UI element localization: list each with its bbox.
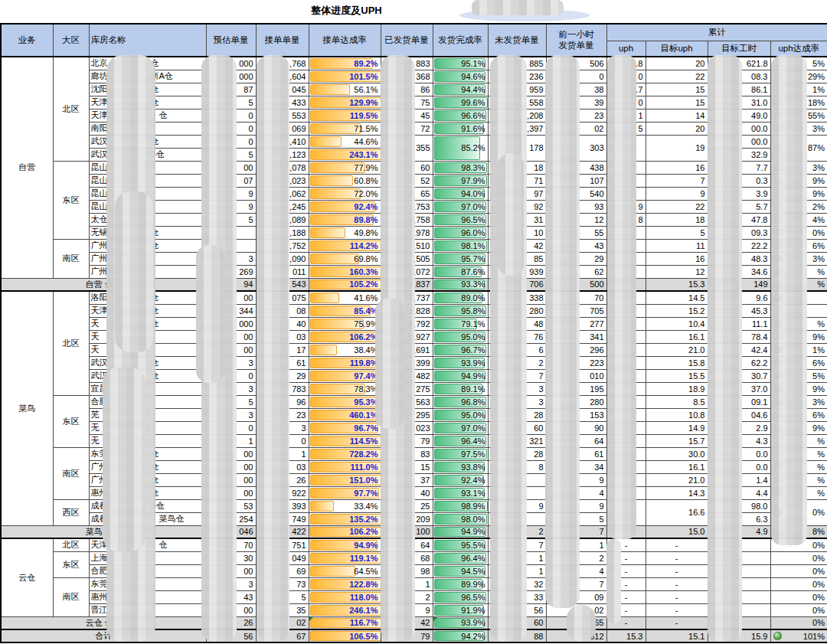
cell-lh[interactable]: 90 xyxy=(546,421,606,434)
cell-srt[interactable]: 99.6% xyxy=(433,96,488,109)
cell-lh[interactable]: 93 xyxy=(546,200,606,213)
cell-ur[interactable]: 29% xyxy=(770,70,827,83)
cell-ut[interactable]: 22 xyxy=(646,70,708,83)
cell-rec[interactable]: 96 xyxy=(256,395,309,408)
cell-srt[interactable]: 95.0% xyxy=(433,408,488,421)
cell-ut[interactable]: - xyxy=(646,603,708,616)
cell-warehouse-name[interactable]: 广州 xyxy=(89,252,206,265)
cell-rec[interactable]: 23 xyxy=(256,408,309,421)
cell-srt[interactable]: 96.6% xyxy=(433,109,488,122)
cell-uph[interactable] xyxy=(606,525,646,538)
cell-ut[interactable]: 18 xyxy=(646,213,708,226)
cell-shp[interactable]: 52 xyxy=(381,174,433,187)
cell-est[interactable]: 5 xyxy=(206,213,256,226)
cell-rate[interactable]: 41.6% xyxy=(309,291,381,304)
cell-lh[interactable]: 12 xyxy=(546,213,606,226)
cell-shp[interactable]: 100 xyxy=(381,525,433,538)
cell-rec[interactable]: 1 xyxy=(256,447,309,460)
cell-lh[interactable]: 61 xyxy=(546,447,606,460)
cell-uph[interactable] xyxy=(606,252,646,265)
cell-shp[interactable]: 368 xyxy=(381,70,433,83)
cell-hrs[interactable]: 47.8 xyxy=(708,213,770,226)
cell-shp[interactable]: ,691 xyxy=(381,343,433,356)
cell-uns[interactable]: 10 xyxy=(488,226,546,239)
cell-uns[interactable]: 7 xyxy=(488,369,546,382)
cell-est[interactable]: 3 xyxy=(206,577,256,590)
cell-est[interactable]: 269 xyxy=(206,265,256,278)
cell-ur[interactable]: 0% xyxy=(770,616,827,629)
cell-shp[interactable]: 40 xyxy=(381,486,433,499)
cell-lh[interactable]: 540 xyxy=(546,187,606,200)
col-header-ship-rate[interactable]: 发货完成率 xyxy=(433,24,488,57)
cell-uph[interactable]: - xyxy=(606,590,646,603)
cell-ut[interactable]: 15.2 xyxy=(646,304,708,317)
cell-est[interactable]: 00 xyxy=(206,330,256,343)
cell-ur[interactable]: 2% xyxy=(770,200,827,213)
cell-lh[interactable]: 296 xyxy=(546,343,606,356)
cell-est[interactable] xyxy=(206,226,256,239)
col-header-business[interactable]: 业务 xyxy=(1,24,53,57)
cell-rate[interactable]: 72.0% xyxy=(309,187,381,200)
cell-uns[interactable]: 321 xyxy=(488,434,546,447)
cell-shp[interactable]: 79 xyxy=(381,629,433,642)
cell-lh[interactable]: 38 xyxy=(546,83,606,96)
cell-rec[interactable]: ,752 xyxy=(256,239,309,252)
cell-region[interactable]: 南区 xyxy=(53,577,89,616)
cell-rec[interactable]: ,090 xyxy=(256,252,309,265)
cell-ur[interactable]: 9% xyxy=(770,187,827,200)
cell-region[interactable]: 北区 xyxy=(53,538,89,551)
cell-rate[interactable]: 243.1% xyxy=(309,148,381,161)
cell-rate[interactable]: 728.2% xyxy=(309,447,381,460)
cell-srt[interactable]: 96.0% xyxy=(433,226,488,239)
cell-uph[interactable] xyxy=(606,395,646,408)
cell-srt[interactable]: 96.7% xyxy=(433,343,488,356)
cell-rate[interactable]: 122.8% xyxy=(309,577,381,590)
col-header-estimated[interactable]: 预估单量 xyxy=(206,24,256,57)
cell-ut[interactable]: 10.4 xyxy=(646,317,708,330)
cell-shp[interactable]: 6,072 xyxy=(381,265,433,278)
cell-uns[interactable]: 76 xyxy=(488,330,546,343)
cell-ur[interactable]: 18% xyxy=(770,96,827,109)
cell-lh[interactable]: 55 xyxy=(546,226,606,239)
cell-rec[interactable]: 922 xyxy=(256,486,309,499)
cell-ur[interactable]: 3% xyxy=(770,122,827,135)
cell-est[interactable]: 0 xyxy=(206,421,256,434)
cell-rate[interactable]: 101.5% xyxy=(309,70,381,83)
cell-shp[interactable]: 023 xyxy=(381,421,433,434)
cell-ur[interactable]: 1% xyxy=(770,83,827,96)
cell-shp[interactable]: 86 xyxy=(381,83,433,96)
cell-hrs[interactable]: 149 xyxy=(708,278,770,291)
cell-rate[interactable]: 94.9% xyxy=(309,538,381,551)
cell-rate[interactable]: 114.5% xyxy=(309,434,381,447)
cell-uph[interactable]: - xyxy=(606,564,646,577)
cell-hrs[interactable]: - xyxy=(708,603,770,616)
col-header-warehouse[interactable]: 库房名称 xyxy=(89,24,206,57)
cell-warehouse-name[interactable]: 无锡仓 xyxy=(89,226,206,239)
cell-srt[interactable]: 95.8% xyxy=(433,304,488,317)
total-label[interactable]: 合计 xyxy=(1,629,206,642)
cell-uph[interactable] xyxy=(606,226,646,239)
cell-srt[interactable]: 96.4% xyxy=(433,551,488,564)
cell-ut[interactable]: 12 xyxy=(646,265,708,278)
cell-uph[interactable] xyxy=(606,356,646,369)
cell-rate[interactable]: 60.8% xyxy=(309,174,381,187)
cell-ut[interactable]: - xyxy=(646,590,708,603)
cell-est[interactable]: 000 xyxy=(206,70,256,83)
col-header-unshipped[interactable]: 未发货单量 xyxy=(488,24,546,57)
cell-lh[interactable]: 64 xyxy=(546,434,606,447)
cell-rate[interactable]: 105.2% xyxy=(309,278,381,291)
cell-warehouse-name[interactable]: 广州增 xyxy=(89,265,206,278)
cell-lh[interactable]: 39 xyxy=(546,96,606,109)
cell-warehouse-name[interactable]: 洛阳仓 xyxy=(89,291,206,304)
cell-est[interactable]: 3 xyxy=(206,252,256,265)
cell-ur[interactable]: 3% xyxy=(770,252,827,265)
cell-rec[interactable]: ,078 xyxy=(256,161,309,174)
cell-ut[interactable]: 15 xyxy=(646,96,708,109)
cell-warehouse-name[interactable]: 昆山 xyxy=(89,187,206,200)
cell-srt[interactable]: 97.9% xyxy=(433,174,488,187)
cell-warehouse-name[interactable]: 天津仓 xyxy=(89,304,206,317)
cell-uph[interactable]: 0 xyxy=(606,96,646,109)
cell-uns[interactable]: 92 xyxy=(488,200,546,213)
cell-uph[interactable] xyxy=(606,408,646,421)
cell-ur[interactable]: % xyxy=(770,434,827,447)
